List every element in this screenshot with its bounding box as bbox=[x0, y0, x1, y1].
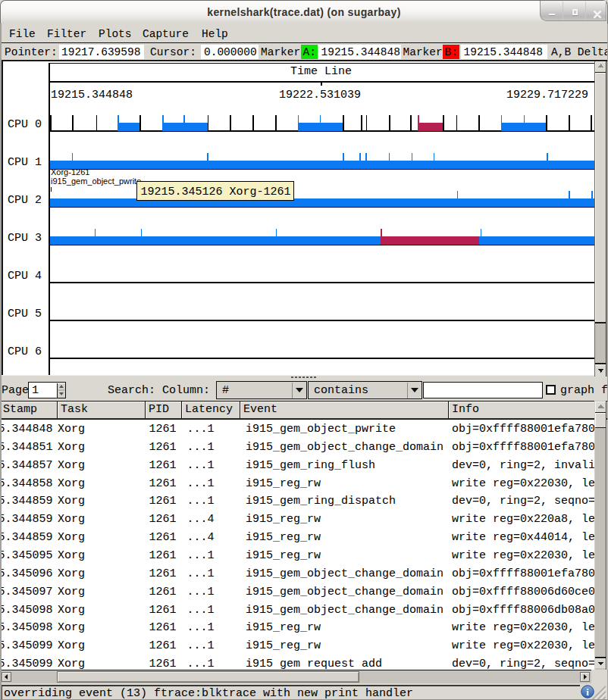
svg-text:CPU 3: CPU 3 bbox=[8, 232, 42, 245]
svg-text:i915_gem_object_pwrite: i915_gem_object_pwrite bbox=[51, 177, 141, 186]
svg-text:Time Line: Time Line bbox=[290, 65, 352, 78]
svg-text:CPU 0: CPU 0 bbox=[8, 118, 42, 131]
svg-text:19215.345126 Xorg-1261: 19215.345126 Xorg-1261 bbox=[141, 186, 291, 198]
svg-text:19222.531039: 19222.531039 bbox=[279, 89, 361, 102]
svg-text:CPU 1: CPU 1 bbox=[8, 156, 42, 169]
svg-text:CPU 4: CPU 4 bbox=[8, 270, 42, 283]
svg-text:Xorg-1261: Xorg-1261 bbox=[51, 167, 89, 177]
svg-text:CPU 5: CPU 5 bbox=[8, 308, 42, 320]
svg-text:CPU 2: CPU 2 bbox=[8, 194, 42, 207]
svg-text:CPU 6: CPU 6 bbox=[8, 345, 42, 358]
svg-text:19215.344848: 19215.344848 bbox=[51, 89, 133, 102]
svg-text:19229.717229: 19229.717229 bbox=[506, 89, 588, 102]
